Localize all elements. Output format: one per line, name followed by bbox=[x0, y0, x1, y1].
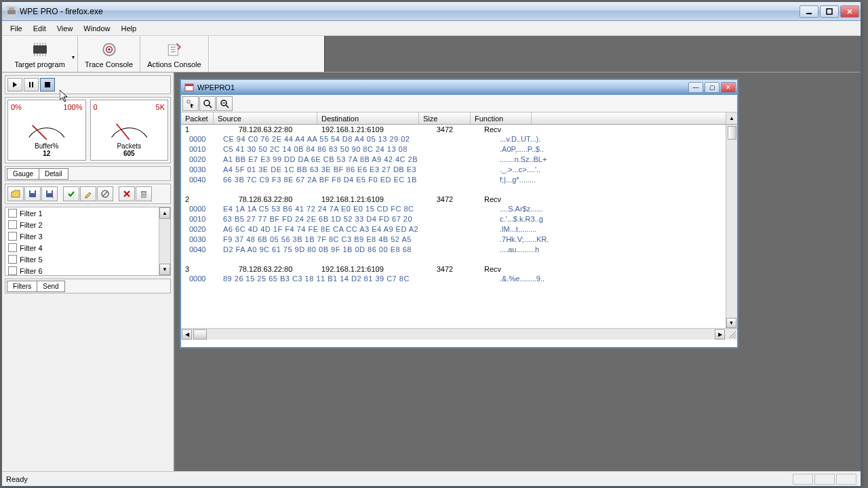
maximize-button[interactable] bbox=[820, 5, 839, 18]
tab-detail[interactable]: Detail bbox=[39, 168, 68, 180]
hex-line[interactable]: 0000CE 94 C0 76 2E 44 A4 AA 55 54 D8 A4 … bbox=[181, 134, 737, 144]
col-destination[interactable]: Destination bbox=[317, 113, 419, 124]
gauge-detail-tabs: Gauge Detail bbox=[5, 166, 171, 181]
svg-rect-18 bbox=[168, 45, 178, 56]
gauges-panel: 0%100% Buffer% 12 05K Packets 605 bbox=[5, 97, 171, 163]
grid-scroll-down-icon[interactable]: ▼ bbox=[726, 318, 736, 328]
filter-label: Filter 1 bbox=[20, 209, 43, 218]
filter-checkbox[interactable] bbox=[8, 232, 17, 241]
delete-filter-button[interactable] bbox=[119, 186, 135, 201]
svg-point-37 bbox=[204, 100, 210, 106]
child-titlebar[interactable]: WPEPRO1 — ▢ ✕ bbox=[181, 80, 737, 95]
svg-rect-30 bbox=[142, 192, 146, 197]
child-close-button[interactable]: ✕ bbox=[721, 82, 736, 93]
trace-console-button[interactable]: Trace Console bbox=[78, 36, 140, 72]
filter-item[interactable]: Filter 2 bbox=[5, 219, 170, 230]
save-filter-button[interactable] bbox=[24, 186, 41, 201]
main-toolbar: Target program ▾ Trace Console Actions C… bbox=[2, 36, 861, 73]
hscroll-left-icon[interactable]: ◀ bbox=[182, 329, 192, 340]
grid-body[interactable]: 178.128.63.22:80192.168.1.21:61093472Rec… bbox=[181, 125, 737, 328]
vscroll-thumb[interactable] bbox=[728, 126, 736, 140]
edit-filter-button[interactable] bbox=[80, 186, 96, 201]
actions-console-button[interactable]: Actions Console bbox=[140, 36, 209, 72]
filter-checkbox[interactable] bbox=[8, 243, 17, 252]
filter-checkbox[interactable] bbox=[8, 266, 17, 275]
scroll-down-icon[interactable]: ▼ bbox=[159, 264, 170, 275]
hscroll-right-icon[interactable]: ▶ bbox=[715, 329, 725, 340]
hex-line[interactable]: 0030F9 37 48 6B 05 56 3B 1B 7F 8C C3 B9 … bbox=[181, 235, 737, 245]
filter-item[interactable]: Filter 6 bbox=[5, 265, 170, 275]
clear-filters-button[interactable] bbox=[136, 186, 152, 201]
menu-help[interactable]: Help bbox=[115, 22, 142, 35]
filter-label: Filter 5 bbox=[20, 256, 43, 264]
tab-gauge[interactable]: Gauge bbox=[7, 168, 39, 180]
hex-line[interactable]: 0020A1 BB E7 E3 99 DD DA 6E CB 53 7A 8B … bbox=[181, 155, 737, 165]
hscroll-thumb[interactable] bbox=[193, 329, 207, 340]
tab-send[interactable]: Send bbox=[37, 281, 64, 292]
select-tool-button[interactable] bbox=[182, 96, 199, 111]
status-cell-3 bbox=[836, 474, 856, 485]
svg-rect-0 bbox=[7, 10, 16, 14]
app-icon bbox=[6, 6, 17, 17]
grid-header: Packet Source Destination Size Function … bbox=[181, 113, 737, 125]
filter-item[interactable]: Filter 5 bbox=[5, 253, 170, 265]
child-maximize-button[interactable]: ▢ bbox=[705, 82, 719, 93]
filter-item[interactable]: Filter 1 bbox=[5, 207, 170, 219]
svg-line-40 bbox=[226, 105, 229, 108]
svg-rect-20 bbox=[32, 82, 33, 87]
packet-row[interactable]: 178.128.63.22:80192.168.1.21:61093472Rec… bbox=[181, 125, 737, 134]
grid-hscroll[interactable]: ◀ ▶ bbox=[181, 328, 737, 340]
grid-scroll-up-icon[interactable]: ▲ bbox=[726, 113, 737, 124]
play-button[interactable] bbox=[7, 78, 22, 92]
packet-row[interactable]: 278.128.63.22:80192.168.1.21:61093472Rec… bbox=[181, 195, 737, 204]
hex-line[interactable]: 0020A6 6C 4D 4D 1F F4 74 FE 8E CA CC A3 … bbox=[181, 224, 737, 235]
close-button[interactable] bbox=[840, 5, 859, 18]
child-title: WPEPRO1 bbox=[197, 83, 688, 92]
pause-button[interactable] bbox=[24, 78, 39, 92]
col-size[interactable]: Size bbox=[419, 113, 471, 124]
menu-window[interactable]: Window bbox=[78, 22, 115, 35]
child-minimize-button[interactable]: — bbox=[688, 82, 703, 93]
scroll-up-icon[interactable]: ▲ bbox=[159, 207, 170, 219]
buffer-min: 0% bbox=[11, 103, 22, 111]
filter-checkbox[interactable] bbox=[8, 220, 17, 229]
hex-line[interactable]: 001063 B5 27 77 BF FD 24 2E 6B 1D 52 33 … bbox=[181, 214, 737, 224]
hex-line[interactable]: 000089 26 15 25 65 B3 C3 18 11 B1 14 D2 … bbox=[181, 274, 737, 284]
save-as-filter-button[interactable] bbox=[41, 186, 58, 201]
hex-line[interactable]: 0000E4 1A 1A C5 53 B6 41 72 24 7A E0 E0 … bbox=[181, 204, 737, 214]
hex-line[interactable]: 0010C5 41 30 50 2C 14 0B 84 86 83 50 90 … bbox=[181, 144, 737, 155]
filter-list: Filter 1Filter 2Filter 3Filter 4Filter 5… bbox=[5, 207, 171, 276]
open-filter-button[interactable] bbox=[7, 186, 24, 201]
stop-button[interactable] bbox=[40, 78, 55, 92]
hex-line[interactable]: 0040D2 FA A0 9C 61 75 9D 80 0B 9F 1B 0D … bbox=[181, 245, 737, 255]
zoom-tool-button[interactable] bbox=[199, 96, 216, 111]
child-toolbar bbox=[181, 95, 737, 113]
check-filter-button[interactable] bbox=[63, 186, 79, 201]
minimize-button[interactable] bbox=[800, 5, 818, 18]
grid-vscroll[interactable]: ▼ bbox=[726, 125, 737, 328]
filter-item[interactable]: Filter 3 bbox=[5, 230, 170, 242]
resize-grip-icon[interactable] bbox=[727, 329, 737, 340]
col-packet[interactable]: Packet bbox=[181, 113, 214, 124]
svg-rect-2 bbox=[806, 13, 812, 14]
target-program-button[interactable]: Target program ▾ bbox=[2, 36, 78, 72]
menu-view[interactable]: View bbox=[52, 22, 79, 35]
hex-line[interactable]: 004066 3B 7C C9 F3 8E 67 2A BF F8 D4 E5 … bbox=[181, 175, 737, 185]
packet-row[interactable]: 378.128.63.22:80192.168.1.21:61093472Rec… bbox=[181, 264, 737, 274]
menu-file[interactable]: File bbox=[5, 22, 28, 35]
main-titlebar[interactable]: WPE PRO - firefox.exe bbox=[2, 2, 861, 21]
find-tool-button[interactable] bbox=[216, 96, 233, 111]
svg-rect-19 bbox=[29, 82, 31, 87]
menubar: File Edit View Window Help bbox=[2, 21, 861, 36]
toggle-filter-button[interactable] bbox=[97, 186, 113, 201]
menu-edit[interactable]: Edit bbox=[28, 22, 52, 35]
filter-checkbox[interactable] bbox=[8, 209, 17, 218]
col-source[interactable]: Source bbox=[214, 113, 317, 124]
packets-min: 0 bbox=[94, 103, 98, 111]
filter-item[interactable]: Filter 4 bbox=[5, 242, 170, 253]
filter-scrollbar[interactable]: ▲ ▼ bbox=[159, 207, 170, 275]
tab-filters[interactable]: Filters bbox=[7, 281, 37, 292]
col-function[interactable]: Function bbox=[471, 113, 532, 124]
hex-line[interactable]: 0030A4 5F 01 3E DE 1C BB 63 3E BF 86 E6 … bbox=[181, 165, 737, 175]
filter-checkbox[interactable] bbox=[8, 255, 17, 264]
